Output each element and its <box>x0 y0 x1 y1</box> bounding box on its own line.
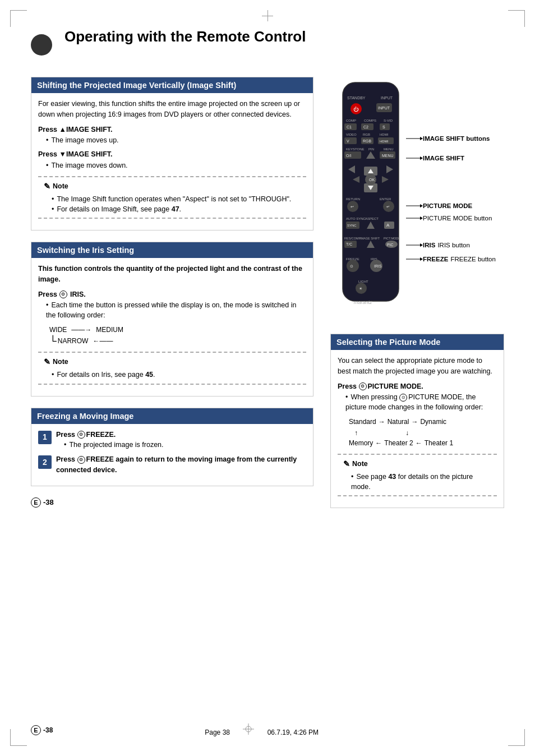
svg-text:PIN: PIN <box>368 147 374 151</box>
remote-illustration: STANDBY INPUT ⏻ INPUT COMP COMPS S-VID <box>330 80 504 317</box>
step-2-number: 2 <box>38 455 52 469</box>
freeze-step-2: 2 Press ⊙FREEZE again to return to the m… <box>38 454 306 476</box>
e-circle: E <box>31 497 41 508</box>
left-column: Shifting the Projected Image Vertically … <box>31 77 313 519</box>
wide-to-medium-arrow: ——→ <box>71 325 91 335</box>
image-shift-note-2: For details on Image Shift, see page 47. <box>52 205 301 215</box>
svg-text:KEYSTONE: KEYSTONE <box>346 147 365 151</box>
annotation-line-svg-4 <box>406 213 423 224</box>
svg-text:IRIS: IRIS <box>374 264 382 268</box>
picture-mode-section: Selecting the Picture Mode You can selec… <box>330 334 504 508</box>
page-badge: E -38 <box>31 497 313 508</box>
corner-mark-tl <box>10 10 27 27</box>
image-shift-header: Shifting the Projected Image Vertically … <box>31 77 313 93</box>
narrow-arrow: ←—— <box>93 336 113 346</box>
picture-mode-press-label: Press ⊙PICTURE MODE. <box>338 381 497 392</box>
page-title: Operating with the Remote Control <box>59 28 306 45</box>
mode-standard: Standard <box>349 417 376 427</box>
title-accent <box>31 34 52 56</box>
svg-text:S-VID: S-VID <box>384 119 393 122</box>
svg-text:LIGHT: LIGHT <box>358 280 368 283</box>
press-up-label: Press ▲IMAGE SHIFT. <box>38 125 306 135</box>
footer-right-text: 06.7.19, 4:26 PM <box>268 729 319 736</box>
annotation-picture-mode: PICTURE MODE PICTURE MODE button <box>406 200 492 224</box>
mode-theater2: Theater 2 <box>384 438 413 448</box>
annotation-line-svg-3 <box>406 200 423 211</box>
annotation-line-svg-1 <box>406 133 423 144</box>
page-footer: E -38 Page 38 06.7.19, 4:26 PM <box>0 723 535 736</box>
footer-page-num: -38 <box>43 726 53 734</box>
footer-e-circle: E <box>31 725 41 735</box>
freeze-btn-annotation: FREEZE button <box>450 256 496 262</box>
arrow-theater2-memory: ← <box>375 438 382 448</box>
svg-text:ENTER: ENTER <box>380 197 391 201</box>
svg-text:INPUT: INPUT <box>381 96 393 100</box>
step-1-label: Press ⊙FREEZE. <box>56 431 116 439</box>
mode-theater1: Theater 1 <box>425 438 453 448</box>
picture-mode-annotation-label: PICTURE MODE <box>423 202 472 209</box>
footer-page-text: Page 38 <box>205 729 230 736</box>
iris-press-label: Press ⊙ IRIS. <box>38 289 306 300</box>
up-arrow-memory: ↑ <box>354 428 358 438</box>
picture-mode-box: Selecting the Picture Mode You can selec… <box>330 334 504 508</box>
freeze-section: Freezing a Moving Image 1 Press ⊙FREEZE.… <box>31 408 313 486</box>
arrow-theater1-theater2: ← <box>416 438 422 448</box>
iris-circle-icon: ⊙ <box>59 291 67 298</box>
image-shift-note-header: ✎ Note <box>44 181 301 192</box>
svg-text:RGB: RGB <box>363 133 370 136</box>
iris-intro: This function controls the quantity of t… <box>38 264 306 285</box>
picture-mode-bullet: When pressing ⊙PICTURE MODE, the picture… <box>345 393 497 412</box>
footer-center-mark <box>243 723 254 735</box>
medium-label: MEDIUM <box>96 325 123 335</box>
svg-text:SYNC: SYNC <box>347 224 357 227</box>
note-pencil-icon-3: ✎ <box>343 458 350 470</box>
iris-note-header: ✎ Note <box>44 356 301 368</box>
wide-label: WIDE <box>49 325 67 335</box>
step-1-content: Press ⊙FREEZE. The projected image is fr… <box>56 430 306 450</box>
picture-mode-circle-icon-2: ⊙ <box>399 394 407 402</box>
svg-text:⊙: ⊙ <box>350 264 353 268</box>
page-number: -38 <box>43 498 54 506</box>
image-shift-buttons-label: IMAGE SHIFT buttons <box>423 135 490 142</box>
svg-text:ASPECT: ASPECT <box>365 217 379 220</box>
svg-text:RGB: RGB <box>363 139 372 143</box>
mode-memory: Memory <box>349 438 373 448</box>
svg-text:MENU: MENU <box>384 147 394 151</box>
svg-text:RETURN: RETURN <box>346 197 360 201</box>
svg-text:OK: OK <box>369 178 375 182</box>
right-column: STANDBY INPUT ⏻ INPUT COMP COMPS S-VID <box>330 77 504 519</box>
freeze-box: Freezing a Moving Image 1 Press ⊙FREEZE.… <box>31 408 313 486</box>
picture-mode-btn-label: PICTURE MODE button <box>423 215 492 222</box>
picture-mode-note-1: See page 43 for details on the picture m… <box>351 472 491 492</box>
remote-svg: STANDBY INPUT ⏻ INPUT COMP COMPS S-VID <box>330 80 412 315</box>
step-2-label: Press ⊙FREEZE again to return to the mov… <box>56 455 297 474</box>
svg-text:HDMI: HDMI <box>380 133 389 136</box>
svg-text:↵: ↵ <box>386 205 390 209</box>
freeze-header: Freezing a Moving Image <box>31 408 313 424</box>
step-1-bullet: The projected image is frozen. <box>64 440 306 450</box>
press-up-bullet: The image moves up. <box>46 136 306 146</box>
mode-vertical-arrows: ↑ ↓ <box>349 428 497 438</box>
freeze-circle-icon-2: ⊙ <box>77 456 85 464</box>
svg-text:marantz: marantz <box>354 299 372 305</box>
freeze-annotation-label: FREEZE <box>423 256 448 262</box>
mode-flow-diagram: Standard → Natural → Dynamic ↑ ↓ <box>349 417 497 448</box>
iris-note-1: For details on Iris, see page 45. <box>52 370 301 380</box>
footer-center: Page 38 06.7.19, 4:26 PM <box>205 723 319 736</box>
annotations-panel: IMAGE SHIFT buttons IMAGE SHIFT <box>414 80 504 317</box>
svg-text:↩: ↩ <box>350 205 354 209</box>
svg-text:COMP: COMP <box>346 119 356 122</box>
image-shift-note-box: ✎ Note The Image Shift function operates… <box>38 176 306 219</box>
svg-text:C1: C1 <box>347 125 352 129</box>
svg-text:HDMI: HDMI <box>380 140 389 143</box>
svg-text:O/I: O/I <box>346 154 351 158</box>
picture-mode-circle-icon: ⊙ <box>359 382 367 390</box>
picture-mode-note-header: ✎ Note <box>343 458 491 470</box>
svg-text:VIDEO: VIDEO <box>346 133 357 136</box>
note-pencil-icon: ✎ <box>44 181 50 192</box>
svg-text:AUTO SYNC: AUTO SYNC <box>346 217 366 220</box>
remote-svg-wrap: STANDBY INPUT ⏻ INPUT COMP COMPS S-VID <box>330 80 414 317</box>
svg-text:C2: C2 <box>363 125 368 129</box>
svg-text:A: A <box>386 223 390 228</box>
iris-note-box: ✎ Note For details on Iris, see page 45. <box>38 352 306 385</box>
